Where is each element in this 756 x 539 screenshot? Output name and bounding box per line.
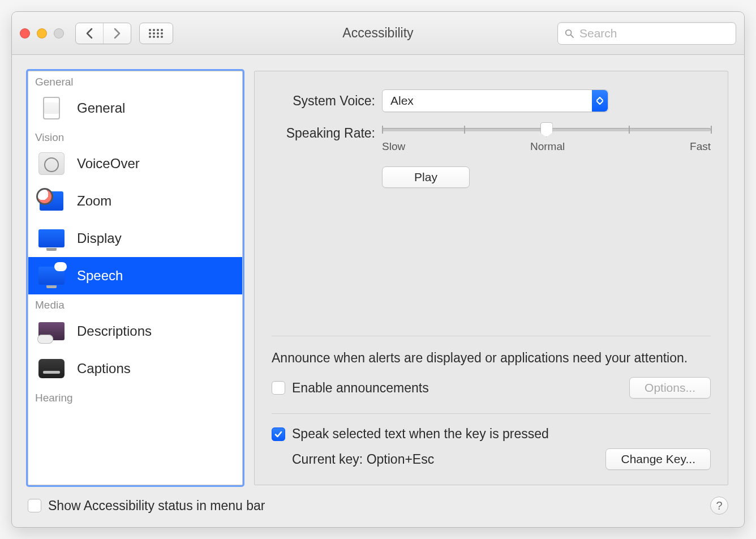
display-icon: [36, 225, 67, 251]
sidebar-item-label: Descriptions: [77, 323, 152, 339]
grid-icon: [148, 28, 164, 38]
check-icon: [274, 430, 283, 439]
tick-slow: Slow: [382, 140, 405, 153]
svg-point-6: [157, 32, 159, 35]
section-vision: Vision: [28, 127, 242, 145]
sidebar-item-captions[interactable]: Captions: [28, 350, 242, 387]
chevron-right-icon: [113, 28, 121, 39]
menu-bar-status-row[interactable]: Show Accessibility status in menu bar: [28, 498, 265, 514]
section-general: General: [28, 71, 242, 89]
sidebar-item-general[interactable]: General: [28, 89, 242, 127]
close-icon[interactable]: [20, 28, 30, 38]
system-voice-value: Alex: [390, 94, 414, 108]
show-all-button[interactable]: [139, 23, 173, 44]
tick-normal: Normal: [530, 140, 565, 153]
menu-bar-status-checkbox[interactable]: [28, 499, 41, 512]
content: General General Vision VoiceOver Zoom Di…: [12, 55, 744, 490]
play-row: Play: [272, 166, 711, 188]
sidebar-item-display[interactable]: Display: [28, 220, 242, 257]
captions-icon: [36, 356, 67, 382]
window-controls: [20, 28, 64, 38]
svg-point-0: [149, 29, 151, 31]
speaking-rate-label: Speaking Rate:: [272, 126, 382, 141]
enable-announcements-checkbox[interactable]: [272, 381, 285, 395]
divider: [272, 336, 711, 336]
tick-fast: Fast: [690, 140, 711, 153]
search-icon: [565, 28, 574, 38]
nav-segmented: [75, 23, 131, 44]
svg-point-11: [161, 36, 163, 38]
slider-tick-labels: Slow Normal Fast: [382, 140, 711, 153]
back-button[interactable]: [76, 23, 103, 44]
sidebar-item-descriptions[interactable]: Descriptions: [28, 313, 242, 350]
popup-arrows-icon: [592, 90, 608, 112]
menu-bar-status-label: Show Accessibility status in menu bar: [48, 498, 265, 514]
magnifier-icon: [36, 188, 67, 214]
zoom-icon: [54, 28, 64, 38]
sidebar-item-label: VoiceOver: [77, 156, 140, 172]
window: Accessibility General General Vision Voi…: [11, 11, 745, 528]
system-voice-row: System Voice: Alex: [272, 89, 711, 112]
speaking-rate-row: Speaking Rate: Slow Normal Fast: [272, 126, 711, 153]
sidebar-item-voiceover[interactable]: VoiceOver: [28, 145, 242, 182]
toolbar: Accessibility: [12, 12, 744, 55]
sidebar-item-label: Zoom: [77, 193, 111, 209]
svg-point-10: [157, 36, 159, 38]
current-key-text: Current key: Option+Esc: [292, 452, 434, 467]
footer: Show Accessibility status in menu bar ?: [12, 490, 744, 527]
system-voice-popup[interactable]: Alex: [382, 89, 608, 112]
system-voice-label: System Voice:: [272, 93, 382, 109]
speaking-rate-slider[interactable]: [382, 128, 711, 131]
svg-point-8: [149, 36, 151, 38]
search-field[interactable]: [557, 22, 736, 45]
descriptions-icon: [36, 318, 67, 344]
svg-point-2: [157, 29, 159, 31]
switch-icon: [36, 95, 67, 121]
settings-panel: System Voice: Alex Speaking Rate:: [254, 71, 728, 485]
speak-selected-label: Speak selected text when the key is pres…: [292, 426, 549, 442]
search-input[interactable]: [578, 26, 729, 41]
svg-point-1: [153, 29, 155, 31]
speak-selected-row[interactable]: Speak selected text when the key is pres…: [272, 426, 711, 442]
sidebar-item-label: Display: [77, 230, 122, 246]
enable-announcements-row[interactable]: Enable announcements: [272, 380, 429, 396]
play-button[interactable]: Play: [382, 166, 470, 188]
voiceover-icon: [36, 151, 67, 177]
section-media: Media: [28, 294, 242, 313]
sidebar-item-label: Speech: [77, 268, 123, 284]
minimize-icon[interactable]: [37, 28, 47, 38]
sidebar-item-label: Captions: [77, 361, 131, 377]
help-button[interactable]: ?: [710, 497, 728, 515]
speech-icon: [36, 263, 67, 289]
sidebar-item-speech[interactable]: Speech: [28, 257, 242, 294]
svg-point-7: [161, 32, 163, 35]
options-button: Options...: [629, 377, 711, 399]
sidebar-item-zoom[interactable]: Zoom: [28, 182, 242, 220]
svg-line-13: [571, 35, 573, 37]
speak-selected-checkbox[interactable]: [272, 427, 285, 441]
sidebar-item-label: General: [77, 100, 125, 116]
forward-button[interactable]: [103, 23, 131, 44]
enable-announcements-label: Enable announcements: [292, 380, 429, 396]
change-key-button[interactable]: Change Key...: [605, 448, 711, 470]
svg-point-4: [149, 32, 151, 35]
chevron-left-icon: [85, 28, 93, 39]
category-list[interactable]: General General Vision VoiceOver Zoom Di…: [28, 71, 243, 485]
announce-description: Announce when alerts are displayed or ap…: [272, 349, 711, 367]
divider: [272, 413, 711, 414]
svg-point-9: [153, 36, 155, 38]
svg-point-3: [161, 29, 163, 31]
section-hearing: Hearing: [28, 387, 242, 405]
slider-thumb[interactable]: [540, 122, 553, 137]
svg-point-5: [153, 32, 155, 35]
